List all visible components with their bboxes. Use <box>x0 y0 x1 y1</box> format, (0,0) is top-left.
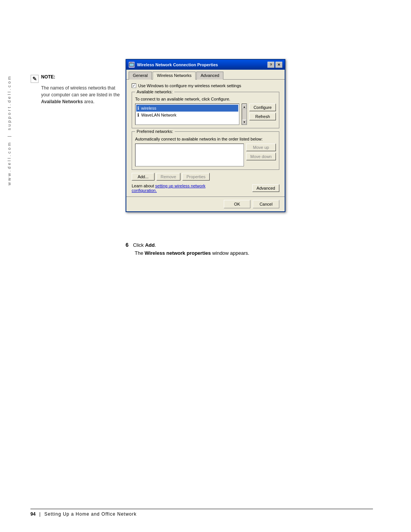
scroll-up[interactable]: ▲ <box>242 104 247 109</box>
advanced-button[interactable]: Advanced <box>252 184 279 192</box>
properties-button[interactable]: Properties <box>182 173 210 181</box>
learn-link-text: Learn about setting up wireless network … <box>132 184 208 193</box>
preferred-desc: Automatically connect to available netwo… <box>135 135 276 142</box>
checkbox-row: ✓ Use Windows to configure my wireless n… <box>132 83 279 88</box>
networks-buttons: Configure Refresh <box>249 104 276 120</box>
note-section: ✎ NOTE: The names of wireless networks t… <box>30 74 122 105</box>
remove-button[interactable]: Remove <box>156 173 180 181</box>
available-networks-label: Available networks: <box>135 89 174 94</box>
preferred-networks-label: Preferred networks: <box>135 129 175 134</box>
tab-general[interactable]: General <box>129 72 152 80</box>
bottom-row: Add... Remove Properties <box>132 173 279 181</box>
available-networks-group: Available networks: To connect to an ava… <box>132 92 279 128</box>
page-number: 94 <box>30 511 35 517</box>
wavelan-name: WaveLAN Network <box>141 113 177 117</box>
scrollbar[interactable]: ▲ ▼ <box>242 104 247 125</box>
preferred-row: Move up Move down <box>135 144 276 166</box>
dialog-titlebar: Wireless Network Connection Properties ?… <box>126 60 285 70</box>
sidebar-text: w w w . d e l l . c o m | s u p p o r t … <box>7 76 11 185</box>
network-item-wavelan[interactable]: ℹ WaveLAN Network <box>136 112 238 118</box>
footer-divider: | <box>39 511 40 517</box>
step-subtext: The Wireless network properties window a… <box>135 250 373 256</box>
dialog-footer: OK Cancel <box>126 197 285 211</box>
preferred-list <box>135 144 244 166</box>
move-up-button[interactable]: Move up <box>246 144 276 151</box>
dialog-title: Wireless Network Connection Properties <box>137 62 218 67</box>
networks-row: ℹ wireless ℹ WaveLAN Network ▲ ▼ Config <box>135 104 276 125</box>
network-list: ℹ wireless ℹ WaveLAN Network <box>135 104 239 125</box>
step-section: 6 Click Add. The Wireless network proper… <box>126 242 373 256</box>
tab-wireless-networks[interactable]: Wireless Networks <box>153 72 196 80</box>
close-button[interactable]: ✕ <box>276 62 282 68</box>
svg-rect-3 <box>130 62 132 64</box>
dialog-body: ✓ Use Windows to configure my wireless n… <box>126 80 285 197</box>
svg-text:✎: ✎ <box>32 76 37 82</box>
titlebar-left: Wireless Network Connection Properties <box>129 62 218 68</box>
learn-row: Learn about setting up wireless network … <box>132 184 279 193</box>
bottom-buttons-left: Add... Remove Properties <box>132 173 210 181</box>
note-icon: ✎ <box>30 75 39 83</box>
move-down-button[interactable]: Move down <box>246 153 276 160</box>
footer-chapter: Setting Up a Home and Office Network <box>44 511 137 517</box>
note-body: The names of wireless networks that your… <box>30 85 122 105</box>
help-button[interactable]: ? <box>268 62 274 68</box>
dialog-wrapper: Wireless Network Connection Properties ?… <box>126 59 285 212</box>
scroll-down[interactable]: ▼ <box>242 120 247 124</box>
preferred-networks-group: Preferred networks: Automatically connec… <box>132 131 279 170</box>
step-text: 6 Click Add. <box>126 242 373 248</box>
add-button[interactable]: Add... <box>132 173 155 181</box>
page-footer: 94 | Setting Up a Home and Office Networ… <box>30 509 373 517</box>
note-label: NOTE: <box>41 74 55 80</box>
preferred-buttons: Move up Move down <box>246 144 276 166</box>
available-desc: To connect to an available network, clic… <box>135 95 276 101</box>
tab-bar: General Wireless Networks Advanced <box>126 70 285 80</box>
step-number: 6 <box>126 242 129 248</box>
network-item-wireless[interactable]: ℹ wireless <box>136 105 238 112</box>
wireless-name: wireless <box>141 106 156 110</box>
cancel-button[interactable]: Cancel <box>253 200 279 208</box>
refresh-button[interactable]: Refresh <box>249 113 276 120</box>
use-windows-checkbox[interactable]: ✓ <box>132 83 136 88</box>
ok-button[interactable]: OK <box>224 200 250 208</box>
titlebar-controls: ? ✕ <box>268 62 282 68</box>
checkbox-label: Use Windows to configure my wireless net… <box>138 83 241 88</box>
wireless-icon: ℹ <box>137 105 139 111</box>
wavelan-icon: ℹ <box>137 112 139 118</box>
configure-button[interactable]: Configure <box>249 104 276 111</box>
dialog: Wireless Network Connection Properties ?… <box>126 59 285 212</box>
tab-advanced[interactable]: Advanced <box>196 72 223 80</box>
titlebar-icon <box>129 62 135 68</box>
